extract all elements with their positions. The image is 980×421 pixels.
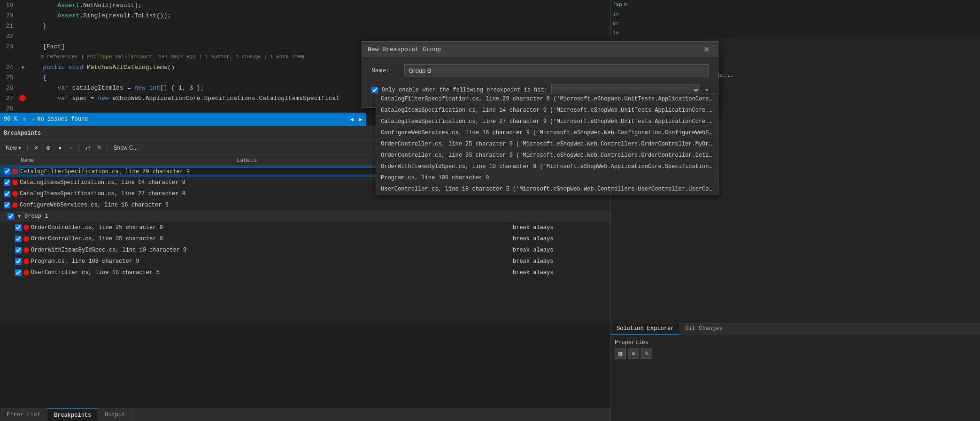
dropdown-item-1[interactable]: CatalogFilterSpecification.cs, line 29 c… xyxy=(376,93,718,105)
enable-breakpoint-button[interactable]: ● xyxy=(55,143,64,153)
tab-breakpoints[interactable]: Breakpoints xyxy=(47,408,98,421)
code-editor: 19 Assert.NotNull(result); 20 Assert.Sin… xyxy=(0,0,366,113)
bp7-checkbox[interactable] xyxy=(15,247,22,253)
properties-toolbar: ▦ ≡ ✎ xyxy=(615,346,976,361)
prop-grid-button[interactable]: ▦ xyxy=(615,348,626,359)
right-panel-tabs: Solution Explorer Git Changes xyxy=(611,323,980,335)
bp-item-5[interactable]: OrderController.cs, line 25 character 9 … xyxy=(0,222,610,233)
group1-item[interactable]: ▼ Group 1 xyxy=(0,211,610,222)
code-line-26: 26 var catalogItemIds = new int[] { 1, 3… xyxy=(0,83,366,93)
nav-forward-icon: ▶ xyxy=(359,116,363,123)
code-line-19: 19 Assert.NotNull(result); xyxy=(0,0,366,10)
code-line-24: 24 ▶ public void MatchesAllCatalogItems(… xyxy=(0,62,366,72)
nav-icon: ◀ xyxy=(350,116,354,123)
right-panel-info3: je xyxy=(611,28,980,38)
dropdown-item-9[interactable]: UserController.cs, line 18 character 5 (… xyxy=(376,184,718,195)
modal-name-input[interactable] xyxy=(404,64,709,77)
separator-1 xyxy=(27,144,28,152)
right-panel-info: io xyxy=(611,9,980,19)
bp6-checkbox[interactable] xyxy=(15,236,22,242)
code-line-23b: 0 references | Philippe Vaillancourt, 18… xyxy=(0,52,366,62)
bp-item-8[interactable]: Program.cs, line 108 character 9 break a… xyxy=(0,256,610,267)
zoom-level[interactable]: 90 % xyxy=(4,116,17,122)
bp-item-7[interactable]: OrderWithItemsByIdSpec.cs, line 10 chara… xyxy=(0,245,610,256)
modal-name-label: Name: xyxy=(371,67,400,74)
prop-edit-button[interactable]: ✎ xyxy=(641,348,652,359)
dropdown-item-4[interactable]: ConfigureWebServices.cs, line 16 charact… xyxy=(376,127,718,138)
bp5-labels: break always xyxy=(513,224,607,231)
bp7-name: OrderWithItemsByIdSpec.cs, line 10 chara… xyxy=(31,247,511,253)
dropdown-item-7[interactable]: OrderWithItemsByIdSpec.cs, line 10 chara… xyxy=(376,161,718,172)
prop-list-button[interactable]: ≡ xyxy=(628,348,639,359)
separator-2 xyxy=(79,144,79,152)
show-columns-label: Show C... xyxy=(114,145,138,151)
bp-item-4[interactable]: ConfigureWebServices.cs, line 16 charact… xyxy=(0,199,610,211)
bp2-checkbox[interactable] xyxy=(4,179,10,186)
new-label: New xyxy=(6,145,17,151)
bp8-name: Program.cs, line 108 character 9 xyxy=(31,258,511,265)
disable-all-button[interactable]: ○ xyxy=(66,143,75,153)
bp4-name: ConfigureWebServices.cs, line 16 charact… xyxy=(20,202,607,208)
dropdown-item-5[interactable]: OrderController.cs, line 25 character 9 … xyxy=(376,138,718,150)
copy-button[interactable]: ⎘ xyxy=(95,143,104,153)
code-line-21: 21 } xyxy=(0,21,366,31)
modal-checkbox-label: Only enable when the following breakpoin… xyxy=(382,87,548,93)
tab-solution-explorer[interactable]: Solution Explorer xyxy=(611,323,679,335)
right-panel-tab-divider: Solution Explorer Git Changes Properties… xyxy=(611,323,980,365)
bp1-circle xyxy=(12,168,18,174)
modal-close-button[interactable]: ✕ xyxy=(701,44,712,55)
bp4-checkbox[interactable] xyxy=(4,202,10,208)
panel-title: Breakpoints xyxy=(4,130,41,137)
bp5-checkbox[interactable] xyxy=(15,224,22,231)
properties-label: Properties xyxy=(615,339,648,346)
go-to-source-button[interactable]: ⇄ xyxy=(83,143,93,153)
breakpoint-dropdown-list: CatalogFilterSpecification.cs, line 29 c… xyxy=(376,93,718,195)
bp6-labels: break always xyxy=(513,236,607,242)
bp-item-6[interactable]: OrderController.cs, line 35 character 9 … xyxy=(0,233,610,245)
right-panel-info2: er xyxy=(611,19,980,28)
dropdown-item-8[interactable]: Program.cs, line 108 character 9 xyxy=(376,172,718,184)
no-issues-text: No issues found xyxy=(37,116,88,122)
code-line-27: 27 var spec = new eShopWeb.ApplicationCo… xyxy=(0,93,366,103)
dropdown-item-2[interactable]: CatalogItemsSpecification.cs, line 14 ch… xyxy=(376,105,718,116)
modal-name-field: Name: xyxy=(371,64,709,77)
bottom-tabs: Error List Breakpoints Output xyxy=(0,408,610,421)
dropdown-item-6[interactable]: OrderController.cs, line 35 character 9 … xyxy=(376,150,718,161)
bp9-name: UserController.cs, line 18 character 5 xyxy=(31,269,511,276)
bp6-circle xyxy=(23,236,29,242)
group1-checkbox[interactable] xyxy=(8,213,14,220)
group1-arrow-icon: ▼ xyxy=(16,213,23,220)
delete-all-button[interactable]: ⊗ xyxy=(43,143,54,153)
tab-git-changes[interactable]: Git Changes xyxy=(679,323,728,335)
new-breakpoint-button[interactable]: New ▾ xyxy=(3,143,24,153)
properties-panel: Properties ▦ ≡ ✎ xyxy=(611,335,980,365)
bp7-circle xyxy=(23,247,29,253)
delete-breakpoint-button[interactable]: ✕ xyxy=(31,143,41,153)
bp1-checkbox[interactable] xyxy=(4,168,10,175)
bp9-labels: break always xyxy=(513,269,607,276)
tab-error-list[interactable]: Error List xyxy=(0,408,47,421)
bp4-circle xyxy=(12,202,18,208)
code-line-20: 20 Assert.Single(result.ToList()); xyxy=(0,10,366,21)
dropdown-item-3[interactable]: CatalogItemsSpecification.cs, line 27 ch… xyxy=(376,116,718,127)
status-bar: 90 % ⊙ ✓ No issues found ◀ ▶ xyxy=(0,113,366,126)
bp5-circle xyxy=(23,225,29,230)
bp3-checkbox[interactable] xyxy=(4,191,10,197)
bp8-checkbox[interactable] xyxy=(15,258,22,265)
separator-3 xyxy=(107,144,108,152)
right-panel-path: 'Sp o xyxy=(611,0,980,9)
bp-item-9[interactable]: UserController.cs, line 18 character 5 b… xyxy=(0,267,610,278)
code-line-25: 25 { xyxy=(0,72,366,83)
code-line-28: 28 xyxy=(0,103,366,113)
name-column-header: Name xyxy=(21,157,237,164)
bp8-labels: break always xyxy=(513,258,607,265)
check-icon: ✓ xyxy=(32,116,35,123)
code-line-22: 22 xyxy=(0,31,366,41)
no-issues-status: ✓ No issues found xyxy=(32,116,88,123)
show-columns-button[interactable]: Show C... xyxy=(111,143,141,153)
tab-output[interactable]: Output xyxy=(98,408,132,421)
bp9-checkbox[interactable] xyxy=(15,269,22,276)
modal-enable-checkbox[interactable] xyxy=(371,87,378,93)
modal-title-bar: New Breakpoint Group ✕ xyxy=(362,42,718,57)
group1-name: Group 1 xyxy=(24,213,607,220)
